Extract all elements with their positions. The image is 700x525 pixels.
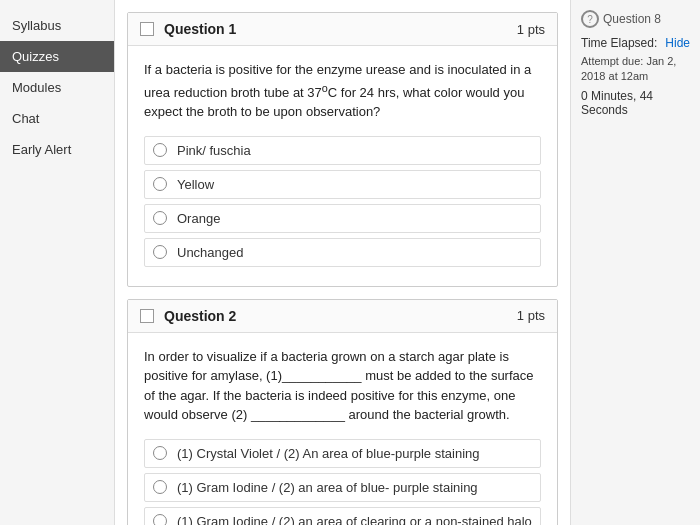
question-2-pts: 1 pts bbox=[517, 308, 545, 323]
question-2-checkbox[interactable] bbox=[140, 309, 154, 323]
sidebar-item-chat[interactable]: Chat bbox=[0, 103, 114, 134]
question-1-header: Question 1 1 pts bbox=[128, 13, 557, 46]
option-q1b-label: Yellow bbox=[177, 177, 214, 192]
radio-q1a[interactable] bbox=[153, 143, 167, 157]
radio-q2a[interactable] bbox=[153, 446, 167, 460]
question-1-title: Question 1 bbox=[164, 21, 517, 37]
time-elapsed-section: Time Elapsed: Hide Attempt due: Jan 2, 2… bbox=[581, 36, 690, 117]
option-q1d[interactable]: Unchanged bbox=[144, 238, 541, 267]
question-nav[interactable]: ? Question 8 bbox=[581, 10, 690, 28]
question-nav-label: Question 8 bbox=[603, 12, 661, 26]
sidebar-item-quizzes[interactable]: Quizzes bbox=[0, 41, 114, 72]
option-q2c-label: (1) Gram Iodine / (2) an area of clearin… bbox=[177, 514, 532, 525]
option-q2b-label: (1) Gram Iodine / (2) an area of blue- p… bbox=[177, 480, 478, 495]
question-2-body: In order to visualize if a bacteria grow… bbox=[128, 333, 557, 525]
question-1-options: Pink/ fuschia Yellow Orange Unchanged bbox=[144, 136, 541, 267]
question-1-text: If a bacteria is positive for the enzyme… bbox=[144, 60, 541, 122]
option-q2a-label: (1) Crystal Violet / (2) An area of blue… bbox=[177, 446, 480, 461]
option-q1c[interactable]: Orange bbox=[144, 204, 541, 233]
time-elapsed-label-row: Time Elapsed: Hide bbox=[581, 36, 690, 50]
radio-q1d[interactable] bbox=[153, 245, 167, 259]
question-1-pts: 1 pts bbox=[517, 22, 545, 37]
sidebar-item-early-alert[interactable]: Early Alert bbox=[0, 134, 114, 165]
radio-q1b[interactable] bbox=[153, 177, 167, 191]
option-q2b[interactable]: (1) Gram Iodine / (2) an area of blue- p… bbox=[144, 473, 541, 502]
time-value: 0 Minutes, 44 Seconds bbox=[581, 89, 690, 117]
option-q2c[interactable]: (1) Gram Iodine / (2) an area of clearin… bbox=[144, 507, 541, 525]
right-panel: ? Question 8 Time Elapsed: Hide Attempt … bbox=[570, 0, 700, 525]
hide-link[interactable]: Hide bbox=[665, 36, 690, 50]
question-2-title: Question 2 bbox=[164, 308, 517, 324]
option-q2a[interactable]: (1) Crystal Violet / (2) An area of blue… bbox=[144, 439, 541, 468]
option-q1a[interactable]: Pink/ fuschia bbox=[144, 136, 541, 165]
sidebar: Syllabus Quizzes Modules Chat Early Aler… bbox=[0, 0, 115, 525]
main-content: Question 1 1 pts If a bacteria is positi… bbox=[115, 0, 570, 525]
sidebar-item-modules[interactable]: Modules bbox=[0, 72, 114, 103]
radio-q2c[interactable] bbox=[153, 514, 167, 525]
question-2-block: Question 2 1 pts In order to visualize i… bbox=[127, 299, 558, 525]
question-1-checkbox[interactable] bbox=[140, 22, 154, 36]
option-q1b[interactable]: Yellow bbox=[144, 170, 541, 199]
question-2-text: In order to visualize if a bacteria grow… bbox=[144, 347, 541, 425]
question-1-block: Question 1 1 pts If a bacteria is positi… bbox=[127, 12, 558, 287]
attempt-due: Attempt due: Jan 2, 2018 at 12am bbox=[581, 54, 690, 85]
question-icon: ? bbox=[581, 10, 599, 28]
question-1-body: If a bacteria is positive for the enzyme… bbox=[128, 46, 557, 286]
question-2-options: (1) Crystal Violet / (2) An area of blue… bbox=[144, 439, 541, 525]
radio-q2b[interactable] bbox=[153, 480, 167, 494]
radio-q1c[interactable] bbox=[153, 211, 167, 225]
sidebar-item-syllabus[interactable]: Syllabus bbox=[0, 10, 114, 41]
option-q1c-label: Orange bbox=[177, 211, 220, 226]
time-elapsed-label: Time Elapsed: bbox=[581, 36, 657, 50]
option-q1d-label: Unchanged bbox=[177, 245, 244, 260]
option-q1a-label: Pink/ fuschia bbox=[177, 143, 251, 158]
question-2-header: Question 2 1 pts bbox=[128, 300, 557, 333]
